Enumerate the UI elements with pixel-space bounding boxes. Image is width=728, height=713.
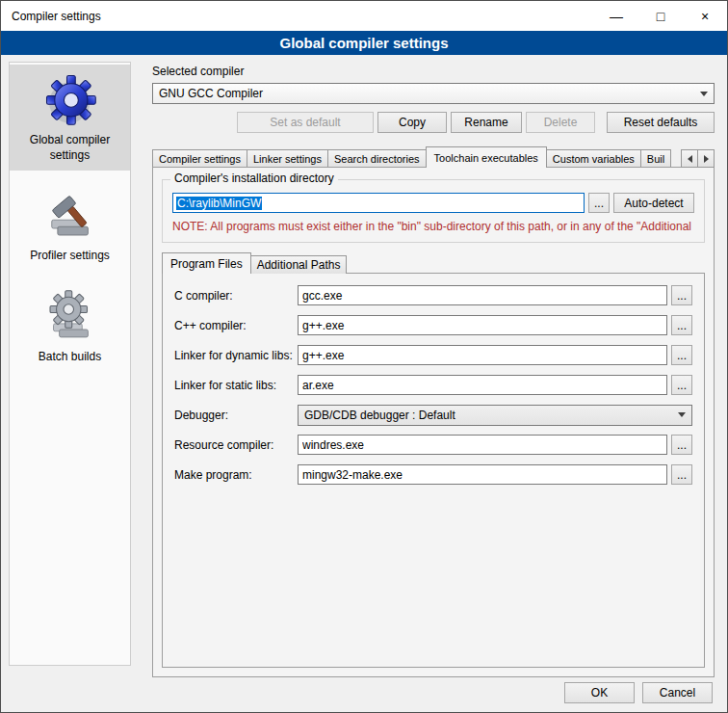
- static-linker-browse-button[interactable]: ...: [671, 375, 692, 395]
- main-panel: Selected compiler GNU GCC Compiler Set a…: [152, 61, 715, 677]
- page-title: Global compiler settings: [1, 31, 727, 55]
- tab-toolchain-executables[interactable]: Toolchain executables: [426, 146, 547, 168]
- tab-scroll-left-icon[interactable]: [681, 149, 698, 168]
- installation-directory-browse-button[interactable]: ...: [588, 193, 610, 213]
- toolchain-executables-page: Compiler's installation directory C:\ray…: [152, 167, 715, 677]
- make-program-browse-button[interactable]: ...: [671, 464, 692, 485]
- sidebar-item-global-compiler-settings[interactable]: Global compiler settings: [10, 65, 130, 171]
- delete-button[interactable]: Delete: [526, 112, 595, 133]
- static-linker-row: Linker for static libs: ...: [174, 375, 692, 395]
- sidebar-item-label: Global compiler settings: [13, 133, 127, 163]
- tab-linker-settings[interactable]: Linker settings: [247, 149, 328, 168]
- sidebar-item-batch-builds[interactable]: Batch builds: [10, 281, 130, 373]
- make-program-row: Make program: ...: [174, 464, 692, 485]
- settings-tabstrip: Compiler settings Linker settings Search…: [152, 146, 715, 168]
- resource-compiler-input[interactable]: [298, 435, 667, 455]
- installation-directory-value: C:\raylib\MinGW: [176, 197, 262, 210]
- tab-search-directories[interactable]: Search directories: [327, 149, 427, 168]
- installation-directory-input[interactable]: C:\raylib\MinGW: [172, 193, 585, 213]
- tab-compiler-settings[interactable]: Compiler settings: [152, 149, 247, 168]
- dynamic-linker-input[interactable]: [298, 345, 667, 365]
- copy-button[interactable]: Copy: [377, 112, 447, 133]
- sidebar-item-label: Batch builds: [39, 350, 101, 365]
- maximize-button[interactable]: □: [638, 1, 683, 31]
- tab-scroll-right-icon[interactable]: [697, 149, 715, 168]
- static-linker-label: Linker for static libs:: [174, 379, 298, 392]
- c-compiler-input[interactable]: [298, 285, 667, 305]
- debugger-select-value: GDB/CDB debugger : Default: [304, 409, 455, 422]
- set-as-default-button[interactable]: Set as default: [237, 112, 374, 133]
- window-title: Compiler settings: [1, 10, 101, 23]
- dynamic-linker-row: Linker for dynamic libs: ...: [174, 345, 692, 365]
- window-controls: — □ ×: [594, 1, 727, 31]
- installation-directory-row: C:\raylib\MinGW ... Auto-detect: [172, 193, 694, 213]
- static-linker-input[interactable]: [298, 375, 667, 395]
- c-compiler-browse-button[interactable]: ...: [671, 285, 692, 305]
- ok-button[interactable]: OK: [564, 682, 635, 703]
- subtab-additional-paths[interactable]: Additional Paths: [250, 255, 348, 274]
- c-compiler-label: C compiler:: [174, 289, 298, 303]
- cpp-compiler-label: C++ compiler:: [174, 319, 298, 332]
- compiler-settings-window: Compiler settings — □ × Global compiler …: [0, 0, 728, 713]
- chevron-down-icon: [673, 407, 690, 424]
- installation-note: NOTE: All programs must exist either in …: [172, 220, 704, 233]
- make-program-input[interactable]: [298, 464, 667, 485]
- resource-compiler-browse-button[interactable]: ...: [671, 435, 692, 455]
- compiler-actions: Set as default Copy Rename Delete Reset …: [152, 112, 715, 133]
- debugger-select[interactable]: GDB/CDB debugger : Default: [298, 405, 692, 426]
- minimize-button[interactable]: —: [594, 1, 638, 31]
- rename-button[interactable]: Rename: [451, 112, 522, 133]
- cpp-compiler-browse-button[interactable]: ...: [671, 315, 692, 335]
- settings-category-list: Global compiler settings Profiler settin…: [9, 62, 131, 666]
- reset-defaults-button[interactable]: Reset defaults: [607, 112, 715, 133]
- executables-subtabs: Program Files Additional Paths: [162, 252, 346, 274]
- program-files-page: C compiler: ... C++ compiler: ... Linker…: [162, 273, 705, 668]
- gears-icon: [43, 289, 97, 343]
- chevron-down-icon: [695, 85, 713, 102]
- dynamic-linker-label: Linker for dynamic libs:: [174, 349, 298, 362]
- subtab-program-files[interactable]: Program Files: [162, 252, 251, 274]
- compiler-select-value: GNU GCC Compiler: [159, 87, 263, 100]
- gear-icon: [42, 72, 98, 126]
- compiler-select[interactable]: GNU GCC Compiler: [152, 83, 715, 104]
- debugger-label: Debugger:: [174, 409, 298, 422]
- installation-directory-group-label: Compiler's installation directory: [170, 172, 338, 185]
- auto-detect-button[interactable]: Auto-detect: [613, 193, 694, 213]
- titlebar: Compiler settings — □ ×: [1, 1, 727, 31]
- tab-custom-variables[interactable]: Custom variables: [546, 149, 641, 168]
- c-compiler-row: C compiler: ...: [174, 285, 692, 305]
- resource-compiler-row: Resource compiler: ...: [174, 435, 692, 455]
- hammer-icon: [43, 188, 97, 242]
- cancel-button[interactable]: Cancel: [642, 682, 713, 703]
- cpp-compiler-input[interactable]: [298, 315, 667, 335]
- sidebar-item-profiler-settings[interactable]: Profiler settings: [10, 180, 130, 272]
- dynamic-linker-browse-button[interactable]: ...: [671, 345, 692, 365]
- make-program-label: Make program:: [174, 468, 298, 482]
- cpp-compiler-row: C++ compiler: ...: [174, 315, 692, 335]
- tab-scroll-buttons: [682, 149, 715, 168]
- tab-build-options[interactable]: Buil: [640, 149, 671, 168]
- selected-compiler-label: Selected compiler: [152, 65, 715, 78]
- close-button[interactable]: ×: [683, 1, 727, 31]
- resource-compiler-label: Resource compiler:: [174, 438, 298, 452]
- debugger-row: Debugger: GDB/CDB debugger : Default: [174, 405, 692, 425]
- sidebar-item-label: Profiler settings: [30, 249, 110, 264]
- dialog-footer: OK Cancel: [564, 682, 713, 703]
- installation-directory-group: Compiler's installation directory C:\ray…: [162, 179, 705, 243]
- tabs-scroll-area: Compiler settings Linker settings Search…: [152, 146, 678, 168]
